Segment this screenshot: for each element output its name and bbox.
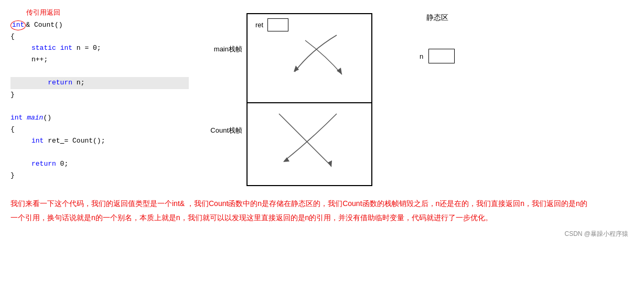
code-line-blank3 xyxy=(10,147,189,158)
code-block: int& Count() { static int n = 0; n++; re… xyxy=(10,19,189,181)
code-line-2: { xyxy=(10,31,189,42)
n-label: n xyxy=(420,52,423,60)
code-line-7: int main() xyxy=(10,112,189,124)
svg-marker-3 xyxy=(328,160,332,167)
ret-label: ret xyxy=(255,21,263,29)
frames-wrapper: main栈帧 ret xyxy=(246,13,372,186)
count-frame-label: Count栈帧 xyxy=(210,126,242,135)
code-line-4: n++; xyxy=(31,54,189,66)
code-line-1: int& Count() xyxy=(10,19,189,31)
svg-marker-2 xyxy=(283,157,289,162)
code-line-blank2 xyxy=(10,101,189,112)
main-frame-arrows xyxy=(263,30,368,93)
code-line-9: int ret = Count(); xyxy=(31,135,189,147)
code-line-blank1 xyxy=(10,66,189,77)
code-line-5: return n; xyxy=(10,77,189,89)
footer: CSDN @暴躁小程序猿 xyxy=(10,230,634,239)
description-text: 我们来看一下这个代码，我们的返回值类型是一个int& ，我们Count函数中的n… xyxy=(10,199,587,222)
description-section: 我们来看一下这个代码，我们的返回值类型是一个int& ，我们Count函数中的n… xyxy=(10,197,587,224)
int-keyword: int xyxy=(10,20,26,30)
code-line-11: } xyxy=(10,170,189,181)
footer-text: CSDN @暴躁小程序猿 xyxy=(564,230,628,237)
count-frame-arrows xyxy=(258,109,363,187)
main-frame-label: main栈帧 xyxy=(214,45,242,54)
n-box xyxy=(428,49,455,63)
n-row: n xyxy=(420,49,455,63)
count-stack-frame xyxy=(246,102,372,186)
code-line-8: { xyxy=(10,124,189,135)
main-container: 传引用返回 int& Count() { static int n = 0; n… xyxy=(0,0,644,244)
top-section: 传引用返回 int& Count() { static int n = 0; n… xyxy=(10,8,634,186)
code-section: 传引用返回 int& Count() { static int n = 0; n… xyxy=(10,8,189,186)
code-line-10: return 0; xyxy=(31,158,189,170)
main-stack-frame: ret xyxy=(246,13,372,102)
svg-marker-1 xyxy=(337,68,342,74)
code-line-3: static int n = 0; xyxy=(31,42,189,54)
svg-marker-0 xyxy=(294,66,299,72)
reference-return-label: 传引用返回 xyxy=(26,8,189,17)
static-title: 静态区 xyxy=(426,13,448,23)
code-line-6: } xyxy=(10,89,189,101)
diagram-section: main栈帧 ret xyxy=(199,8,634,186)
static-section: 静态区 n xyxy=(420,13,455,186)
